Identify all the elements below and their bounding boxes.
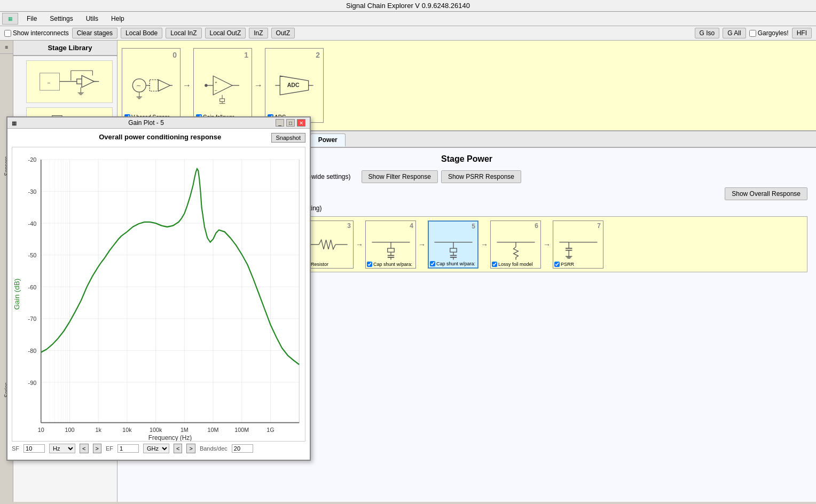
sf-prev-button[interactable]: < [80, 444, 88, 453]
menu-bar: File Settings Utils Help [20, 13, 816, 25]
filter-6-check[interactable]: Lossy foil model [492, 262, 533, 267]
show-filter-response-button[interactable]: Show Filter Response [362, 170, 438, 183]
filter-4-checkbox[interactable] [367, 262, 372, 267]
filter-7-check[interactable]: PSRR [554, 262, 574, 267]
menu-settings[interactable]: Settings [48, 14, 75, 23]
filter-6-checkbox[interactable] [492, 262, 497, 267]
ef-next-button[interactable]: > [186, 444, 195, 453]
sf-label: SF [12, 445, 19, 452]
svg-text:-90: -90 [28, 379, 37, 385]
filter-3-label: Resistor [311, 262, 328, 267]
svg-text:1M: 1M [181, 426, 189, 432]
svg-text:-70: -70 [28, 316, 37, 322]
stage-block-0[interactable]: 0 ∼ [122, 48, 181, 123]
gain-plot-window: ▦ Gain Plot - 5 _ □ ✕ Overall power cond… [6, 116, 311, 461]
filter-connector-5: → [480, 240, 489, 249]
svg-text:-40: -40 [28, 220, 37, 226]
svg-text:1k: 1k [96, 426, 102, 432]
svg-text:-60: -60 [28, 284, 37, 290]
plot-bottom: SF Hz kHz MHz < > EF GHz MHz kHz < > Ban… [12, 442, 305, 455]
filter-6-label: Lossy foil model [498, 262, 533, 267]
filter-block-4[interactable]: 4 Cap shunt w/para: [365, 220, 416, 269]
gain-plot-title: Gain Plot - 5 [128, 119, 164, 127]
menu-file[interactable]: File [25, 14, 39, 23]
plot-header: Overall power conditioning response Snap… [12, 133, 305, 143]
menu-utils[interactable]: Utils [84, 14, 100, 23]
ef-label: EF [106, 445, 113, 452]
filter-4-num: 4 [410, 222, 413, 230]
minimize-button[interactable]: _ [276, 119, 284, 127]
app-title: Signal Chain Explorer V 0.9.6248.26140 [346, 2, 470, 10]
clear-stages-button[interactable]: Clear stages [72, 28, 117, 38]
svg-text:10: 10 [38, 426, 44, 432]
svg-text:-30: -30 [28, 188, 37, 195]
svg-marker-30 [158, 80, 170, 91]
local-bode-button[interactable]: Local Bode [121, 28, 162, 38]
hfi-button[interactable]: HFI [792, 28, 812, 38]
stage-0-num: 0 [172, 51, 177, 59]
sf-value-input[interactable] [23, 444, 45, 453]
filter-5-check[interactable]: Cap shunt w/para: [430, 261, 475, 266]
svg-text:100M: 100M [234, 426, 249, 432]
sidebar-icon-1[interactable]: ≡ [0, 41, 13, 54]
sf-next-button[interactable]: > [93, 444, 101, 453]
local-inz-button[interactable]: Local InZ [166, 28, 201, 38]
svg-text:-20: -20 [28, 156, 37, 163]
bands-label: Bands/dec [200, 445, 227, 452]
sf-unit-select[interactable]: Hz kHz MHz [49, 444, 75, 453]
svg-rect-41 [220, 99, 225, 101]
connector-0-1: → [183, 81, 191, 90]
filter-connector-6: → [542, 240, 552, 249]
snapshot-button[interactable]: Snapshot [271, 133, 305, 143]
stage-block-2[interactable]: 2 ADC ADC [265, 48, 324, 123]
svg-text:100k: 100k [150, 426, 162, 432]
plot-area: Gain (dB) -20 -30 -40 -50 -60 -70 [12, 147, 305, 442]
stage-block-1[interactable]: 1 + − [193, 48, 252, 123]
svg-rect-77 [450, 248, 456, 252]
tab-power[interactable]: Power [310, 133, 346, 147]
plot-title: Overall power conditioning response [49, 133, 271, 141]
svg-text:∼: ∼ [136, 82, 141, 89]
svg-text:10k: 10k [122, 426, 132, 432]
filter-7-num: 7 [597, 222, 601, 230]
connector-1-2: → [254, 81, 263, 90]
svg-text:1G: 1G [266, 426, 274, 432]
svg-text:-50: -50 [28, 252, 37, 258]
filter-7-checkbox[interactable] [554, 262, 560, 267]
close-button[interactable]: ✕ [297, 119, 305, 127]
top-toolbar: Show interconnects Clear stages Local Bo… [0, 26, 816, 41]
svg-marker-6 [82, 75, 94, 87]
ef-value-input[interactable] [117, 444, 139, 453]
show-overall-response-button[interactable]: Show Overall Response [725, 187, 807, 200]
inz-button[interactable]: InZ [249, 28, 268, 38]
ef-unit-select[interactable]: GHz MHz kHz [143, 444, 169, 453]
filter-block-5[interactable]: 5 Cap shunt w/para: [428, 220, 478, 269]
filter-4-check[interactable]: Cap shunt w/para: [367, 262, 412, 267]
gargoyles-checkbox[interactable]: Gargoyles! [749, 29, 789, 37]
svg-text:ADC: ADC [287, 82, 300, 88]
ef-prev-button[interactable]: < [174, 444, 182, 453]
maximize-button[interactable]: □ [286, 119, 295, 127]
filter-6-num: 6 [535, 222, 538, 230]
filter-block-6[interactable]: 6 Lossy foil model [490, 220, 541, 269]
local-outz-button[interactable]: Local OutZ [205, 28, 246, 38]
g-iso-button[interactable]: G Iso [695, 28, 720, 38]
gargoyles-input[interactable] [749, 30, 756, 37]
bands-value-input[interactable] [232, 444, 253, 453]
filter-block-7[interactable]: 7 PSRR [553, 220, 603, 269]
stage-card-vsensor[interactable]: ∼ [26, 60, 113, 103]
show-interconnects-checkbox[interactable]: Show interconnects [4, 29, 69, 37]
svg-rect-29 [150, 80, 158, 91]
filter-connector-4: → [417, 240, 427, 249]
filter-4-label: Cap shunt w/para: [373, 262, 412, 267]
svg-text:−: − [215, 88, 217, 93]
filter-5-label: Cap shunt w/para: [436, 261, 475, 266]
menu-help[interactable]: Help [109, 14, 127, 23]
gain-plot-titlebar: ▦ Gain Plot - 5 _ □ ✕ [7, 117, 310, 129]
filter-5-checkbox[interactable] [430, 261, 435, 266]
show-psrr-response-button[interactable]: Show PSRR Response [441, 170, 521, 183]
filter-7-label: PSRR [561, 262, 574, 267]
show-interconnects-input[interactable] [4, 30, 11, 37]
g-all-button[interactable]: G All [723, 28, 746, 38]
outz-button[interactable]: OutZ [271, 28, 295, 38]
